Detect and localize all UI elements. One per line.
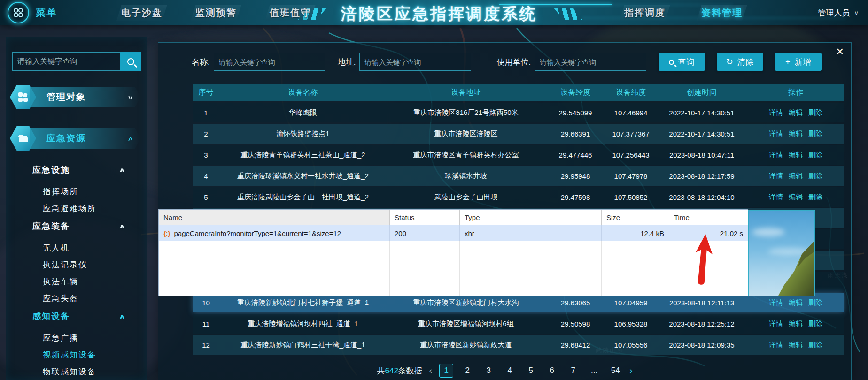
sidebar-item-无人机[interactable]: 无人机 xyxy=(6,239,147,256)
action-link-删除[interactable]: 删除 xyxy=(808,193,822,202)
close-icon[interactable]: × xyxy=(836,46,844,58)
chevron-up-icon: ∧ xyxy=(119,223,127,230)
devtools-column-Name[interactable]: Name xyxy=(159,210,390,225)
action-link-编辑[interactable]: 编辑 xyxy=(789,172,803,181)
cell-device-name: 重庆涪陵珍溪镇永义村一社水井坡_通道_2 xyxy=(219,166,387,186)
查询-button[interactable]: 查询 xyxy=(659,53,705,71)
filter-input[interactable] xyxy=(535,53,646,71)
action-link-详情[interactable]: 详情 xyxy=(769,298,783,307)
sidebar-item-物联感知设备[interactable]: 物联感知设备 xyxy=(6,363,147,380)
request-size-cell: 12.4 kB xyxy=(602,225,669,241)
user-menu[interactable]: 管理人员 ∨ xyxy=(818,0,859,25)
action-link-详情[interactable]: 详情 xyxy=(769,193,783,202)
sidebar-search xyxy=(12,52,141,71)
sidebar-group-应急资源[interactable]: 应急资源∧ xyxy=(10,126,140,151)
sidebar-item-应急避难场所[interactable]: 应急避难场所 xyxy=(6,200,147,217)
devtools-column-Size[interactable]: Size xyxy=(602,210,669,225)
action-link-编辑[interactable]: 编辑 xyxy=(789,298,803,307)
sidebar-tree: 应急设施∧指挥场所应急避难场所应急装备∧无人机执法记录仪执法车辆应急头盔感知设备… xyxy=(6,160,147,380)
action-link-详情[interactable]: 详情 xyxy=(769,151,783,160)
action-link-详情[interactable]: 详情 xyxy=(769,172,783,181)
filter-bar: 名称:地址:使用单位:查询↻清除+新增 xyxy=(192,53,810,71)
pager-page-54[interactable]: 54 xyxy=(608,364,622,378)
action-link-删除[interactable]: 删除 xyxy=(808,129,822,138)
action-link-删除[interactable]: 删除 xyxy=(808,319,822,328)
request-status-cell: 200 xyxy=(390,225,460,241)
tree-group-label: 应急设施 xyxy=(32,164,70,175)
nav-item-值班值守[interactable]: 值班值守 xyxy=(265,5,316,21)
sidebar-group-label: 应急资源 xyxy=(46,132,86,144)
cell-created-time: 2023-08-18 12:09:35 xyxy=(656,335,748,355)
request-name-cell[interactable]: {;} pageCameraInfo?monitorType=1&current… xyxy=(159,225,390,241)
pager-page-5[interactable]: 5 xyxy=(524,364,538,378)
cliff-shape xyxy=(749,211,815,296)
cell-latitude: 107.05556 xyxy=(606,335,656,355)
cell-device-address: 重庆市涪陵区816厂21号路西50米 xyxy=(387,103,545,122)
sidebar-item-执法车辆[interactable]: 执法车辆 xyxy=(6,273,147,290)
action-link-编辑[interactable]: 编辑 xyxy=(789,151,803,160)
sidebar-search-input[interactable] xyxy=(12,52,120,71)
cell-num: 3 xyxy=(193,145,219,165)
action-link-详情[interactable]: 详情 xyxy=(769,108,783,117)
sidebar-item-指挥场所[interactable]: 指挥场所 xyxy=(6,183,147,200)
action-link-详情[interactable]: 详情 xyxy=(769,341,783,350)
sidebar-item-应急广播[interactable]: 应急广播 xyxy=(6,329,147,346)
action-link-删除[interactable]: 删除 xyxy=(808,341,822,350)
sidebar-search-button[interactable] xyxy=(120,52,141,71)
nav-item-指挥调度[interactable]: 指挥调度 xyxy=(620,5,670,21)
cell-longitude: 29.477446 xyxy=(545,145,606,165)
action-link-编辑[interactable]: 编辑 xyxy=(789,193,803,202)
menu-logo-button[interactable] xyxy=(8,2,29,23)
cell-device-address: 重庆市涪陵区涪陵区 xyxy=(387,124,545,144)
filter-input[interactable] xyxy=(359,53,471,71)
pager-next-button[interactable]: › xyxy=(629,365,632,376)
pager-page-2[interactable]: 2 xyxy=(460,364,474,378)
cell-longitude: 29.68412 xyxy=(545,335,606,355)
sidebar-item-执法记录仪[interactable]: 执法记录仪 xyxy=(6,256,147,273)
新增-button[interactable]: +新增 xyxy=(775,53,822,71)
cell-actions: 详情编辑删除 xyxy=(748,314,844,334)
action-link-详情[interactable]: 详情 xyxy=(769,319,783,328)
sidebar-item-应急头盔[interactable]: 应急头盔 xyxy=(6,290,147,307)
action-link-编辑[interactable]: 编辑 xyxy=(789,341,803,350)
devtools-column-Status[interactable]: Status xyxy=(390,210,460,225)
page-title: 涪陵区应急指挥调度系统 xyxy=(329,3,550,25)
filter-input[interactable] xyxy=(214,53,326,71)
清除-button[interactable]: ↻清除 xyxy=(717,53,763,71)
pager-prev-button[interactable]: ‹ xyxy=(429,365,432,376)
action-link-编辑[interactable]: 编辑 xyxy=(789,319,803,328)
sidebar-item-感知设备[interactable]: 感知设备∧ xyxy=(6,307,147,326)
action-link-编辑[interactable]: 编辑 xyxy=(789,129,803,138)
action-link-删除[interactable]: 删除 xyxy=(808,172,822,181)
cell-latitude: 107.50852 xyxy=(606,187,656,207)
pager-page-7[interactable]: 7 xyxy=(566,364,580,378)
sidebar-item-应急设施[interactable]: 应急设施∧ xyxy=(6,160,147,179)
pager-page-6[interactable]: 6 xyxy=(545,364,559,378)
pager-page-4[interactable]: 4 xyxy=(503,364,517,378)
action-link-删除[interactable]: 删除 xyxy=(808,151,822,160)
pager-page-1[interactable]: 1 xyxy=(439,364,453,378)
action-link-详情[interactable]: 详情 xyxy=(769,129,783,138)
devtools-request-row[interactable]: {;} pageCameraInfo?monitorType=1&current… xyxy=(159,225,748,241)
menu-label[interactable]: 菜单 xyxy=(36,0,57,25)
nav-item-资料管理[interactable]: 资料管理 xyxy=(697,5,747,21)
cell-device-address: 武陵山乡金子山田坝 xyxy=(387,187,545,207)
search-icon xyxy=(127,58,134,65)
sidebar-item-视频感知设备[interactable]: 视频感知设备 xyxy=(6,346,147,363)
sidebar-group-管理对象[interactable]: 管理对象∨ xyxy=(10,85,140,109)
action-link-删除[interactable]: 删除 xyxy=(808,108,822,117)
sidebar-item-应急装备[interactable]: 应急装备∧ xyxy=(6,217,147,236)
column-header-设备名称: 设备名称 xyxy=(219,84,387,101)
devtools-column-Time[interactable]: Time xyxy=(669,210,748,225)
devtools-column-Type[interactable]: Type xyxy=(460,210,602,225)
filter-group: 使用单位: xyxy=(483,53,659,71)
cell-longitude: 29.66391 xyxy=(545,124,606,144)
cell-actions: 详情编辑删除 xyxy=(748,124,844,144)
nav-item-监测预警[interactable]: 监测预警 xyxy=(191,5,241,21)
pager-page-3[interactable]: 3 xyxy=(481,364,496,378)
cell-actions: 详情编辑删除 xyxy=(748,103,844,122)
table-row: 11重庆涪陵增福镇河坝村四社_通道_1重庆市涪陵区增福镇河坝村6组29.5059… xyxy=(193,314,844,334)
action-link-编辑[interactable]: 编辑 xyxy=(789,108,803,117)
action-link-删除[interactable]: 删除 xyxy=(808,298,822,307)
nav-item-电子沙盘[interactable]: 电子沙盘 xyxy=(116,5,167,21)
